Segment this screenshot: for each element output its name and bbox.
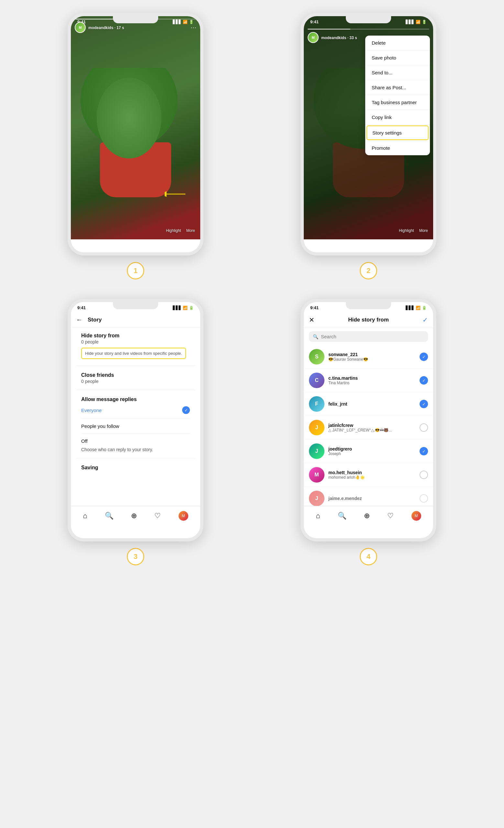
menu-copy-link[interactable]: Copy link [365,110,430,125]
username-0: sonwane_221 [328,352,416,357]
user-row-0[interactable]: S sonwane_221 😎Gaurav Sonwane😎 ✓ [304,345,433,369]
more-btn-2[interactable]: More [419,229,428,233]
menu-save-photo[interactable]: Save photo [365,50,430,65]
avatar-2: F [309,396,325,412]
hide-story-header: ✕ Hide story from ✓ [304,312,433,328]
story-meta-2: modeandkids · 33 s [321,35,357,40]
avatar-6: J [309,491,325,506]
off-label: Off [81,438,88,444]
progress-bar-2 [308,29,429,30]
wifi-icon-4: 📶 [416,306,421,310]
hide-story-section: Hide story from 0 people Hide your story… [76,328,195,364]
home-icon-3[interactable]: ⌂ [83,512,87,520]
everyone-check: ✓ [182,406,190,414]
user-row-5[interactable]: M mo.hett_husein mohomed arloh🤚🌟 [304,463,433,487]
close-button-4[interactable]: ✕ [309,316,314,324]
follow-label: People you follow [81,423,119,429]
check-0[interactable]: ✓ [420,353,428,361]
step-4: 4 [360,548,377,565]
search-icon-4b[interactable]: 🔍 [338,512,346,520]
signal-icon-3: ▋▋▋ [173,306,181,310]
phone4-screen: 9:41 ▋▋▋ 📶 🔋 ✕ Hide story from ✓ 🔍 [304,302,433,525]
user-list-4: S sonwane_221 😎Gaurav Sonwane😎 ✓ C c.tin… [304,345,433,510]
avatar-0: S [309,349,325,365]
battery-icon-3: 🔋 [189,306,194,310]
hide-story-desc-box[interactable]: Hide your story and live videos from spe… [81,348,186,359]
story-username-1: modeandkids · 17 s [88,26,124,30]
user-info-6: jaime.e.mendez [328,496,416,501]
plant-leaves2 [97,78,161,159]
context-menu: Delete Save photo Send to... Share as Po… [365,36,430,155]
user-info-2: felix_jrnt [328,401,416,407]
phone3-wrapper: 9:41 ▋▋▋ 📶 🔋 ← Story Hide story from 0 p… [26,299,246,565]
story-meta: modeandkids · 17 s [88,25,124,30]
user-sub-4: Joseph [328,452,416,456]
user-info-4: joedtigrero Joseph [328,446,416,456]
yellow-arrow-1 [165,191,187,197]
user-row-4[interactable]: J joedtigrero Joseph ✓ [304,440,433,463]
allow-replies-label: Allow message replies [81,397,190,402]
add-icon-4[interactable]: ⊕ [364,512,370,520]
menu-share-post[interactable]: Share as Post... [365,80,430,95]
phone2: 9:41 ▋▋▋ 📶 🔋 [300,13,436,255]
divider-2 [76,390,195,390]
check-2[interactable]: ✓ [420,400,428,408]
search-bar-4[interactable]: 🔍 [309,331,428,342]
time-2: 9:41 [310,19,319,24]
signal-icon-4: ▋▋▋ [406,306,414,310]
phone3-screen: 9:41 ▋▋▋ 📶 🔋 ← Story Hide story from 0 p… [71,302,200,525]
user-row-3[interactable]: J jatinlcfcrew △ JATIN°_LCF°_CREW°△.😎🕶🐻.… [304,416,433,440]
follow-row[interactable]: People you follow [81,420,190,432]
more-btn[interactable]: More [186,229,195,233]
story-username-2: modeandkids · 33 s [321,36,357,40]
story-bottom-2: Highlight More [304,229,433,233]
notch1 [113,16,158,23]
everyone-row[interactable]: Everyone ✓ [81,403,190,417]
hide-story-label: Hide story from [81,333,190,339]
saving-label: Saving [81,465,190,470]
confirm-button-4[interactable]: ✓ [422,316,428,324]
heart-icon-3[interactable]: ♡ [154,512,161,520]
highlight-btn[interactable]: Highlight [166,229,181,233]
close-friends-label: Close friends [81,372,190,378]
search-icon-3[interactable]: 🔍 [105,512,114,520]
phone1-wrapper: 9:41 ▋▋▋ 📶 🔋 M modeandkids · 17 s [26,13,246,280]
wifi-icon-2: 📶 [416,20,421,24]
hide-story-title: Hide story from [348,317,389,323]
step-3: 3 [127,548,144,565]
user-info-1: c.tina.martins Tina Martins [328,375,416,385]
check-1[interactable]: ✓ [420,376,428,384]
user-row-2[interactable]: F felix_jrnt ✓ [304,392,433,416]
menu-tag-partner[interactable]: Tag business partner [365,95,430,110]
username-2: felix_jrnt [328,401,416,407]
check-3[interactable] [420,423,428,432]
divider-3 [81,418,190,419]
profile-icon-4[interactable]: M [412,511,421,521]
menu-promote[interactable]: Promote [365,141,430,155]
home-icon-4[interactable]: ⌂ [316,512,320,520]
user-info-3: jatinlcfcrew △ JATIN°_LCF°_CREW°△.😎🕶🐻... [328,423,416,432]
battery-icon-4: 🔋 [422,306,427,310]
check-6[interactable] [420,494,428,503]
heart-icon-4[interactable]: ♡ [387,512,394,520]
step-1: 1 [127,262,144,280]
plant-bg [71,68,200,223]
phone3: 9:41 ▋▋▋ 📶 🔋 ← Story Hide story from 0 p… [68,299,204,541]
back-button[interactable]: ← [76,316,83,323]
menu-story-settings[interactable]: Story settings [367,125,429,140]
off-row[interactable]: Off [81,435,190,447]
menu-send-to[interactable]: Send to... [365,65,430,80]
more-dots-1[interactable]: ⋯ [191,24,196,31]
profile-icon-3[interactable]: M [178,511,188,521]
saving-section: Saving [76,460,195,474]
add-icon-3[interactable]: ⊕ [131,512,137,520]
story-user-row: M modeandkids · 17 s ⋯ [75,22,196,33]
status-icons-3: ▋▋▋ 📶 🔋 [173,306,194,310]
divider-4 [81,433,190,434]
more-dots-2[interactable]: ⋯ [423,34,429,41]
check-4[interactable]: ✓ [420,447,428,455]
check-5[interactable] [420,470,428,479]
user-row-1[interactable]: C c.tina.martins Tina Martins ✓ [304,369,433,392]
highlight-btn-2[interactable]: Highlight [399,229,414,233]
search-input-4[interactable] [321,334,424,339]
